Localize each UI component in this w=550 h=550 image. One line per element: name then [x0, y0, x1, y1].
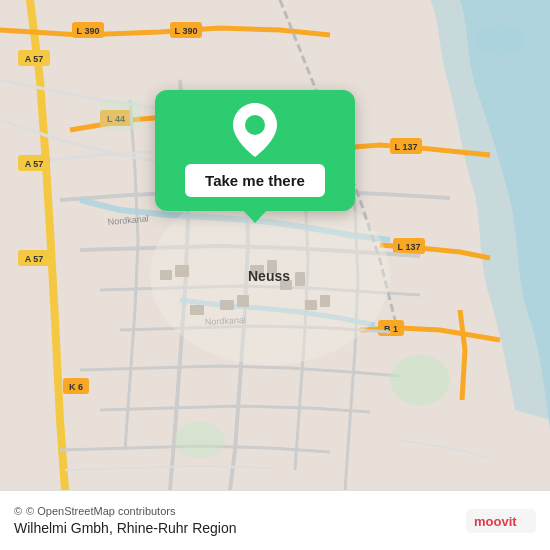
svg-rect-26: [100, 100, 140, 130]
city-label: Neuss: [248, 268, 290, 284]
osm-text: © OpenStreetMap contributors: [26, 505, 175, 517]
popup-card: Take me there: [155, 90, 355, 211]
location-name: Wilhelmi Gmbh, Rhine-Ruhr Region: [14, 520, 237, 536]
svg-text:L 137: L 137: [398, 242, 421, 252]
svg-rect-31: [295, 272, 305, 286]
svg-point-24: [390, 355, 450, 405]
svg-point-1: [475, 25, 525, 55]
svg-text:A 57: A 57: [25, 254, 44, 264]
svg-text:A 57: A 57: [25, 54, 44, 64]
svg-text:K 6: K 6: [69, 382, 83, 392]
svg-text:A 57: A 57: [25, 159, 44, 169]
svg-rect-34: [305, 300, 317, 310]
svg-rect-36: [190, 305, 204, 315]
svg-rect-28: [160, 270, 172, 280]
svg-rect-35: [320, 295, 330, 307]
svg-text:L 137: L 137: [395, 142, 418, 152]
take-me-there-button[interactable]: Take me there: [185, 164, 325, 197]
location-pin-icon: [231, 106, 279, 154]
svg-text:moovit: moovit: [474, 514, 517, 529]
svg-text:L 390: L 390: [77, 26, 100, 36]
bottom-bar: © © OpenStreetMap contributors Wilhelmi …: [0, 490, 550, 550]
map-container: A 57 A 57 A 57 L 390 L 390 L 44 L 137 L …: [0, 0, 550, 490]
copyright-icon: ©: [14, 505, 22, 517]
moovit-logo: moovit: [466, 505, 536, 537]
svg-rect-29: [175, 265, 189, 277]
svg-text:L 390: L 390: [175, 26, 198, 36]
svg-rect-32: [220, 300, 234, 310]
svg-point-25: [175, 422, 225, 458]
osm-credit: © © OpenStreetMap contributors: [14, 505, 237, 517]
svg-point-39: [245, 115, 265, 135]
svg-rect-33: [237, 295, 249, 307]
